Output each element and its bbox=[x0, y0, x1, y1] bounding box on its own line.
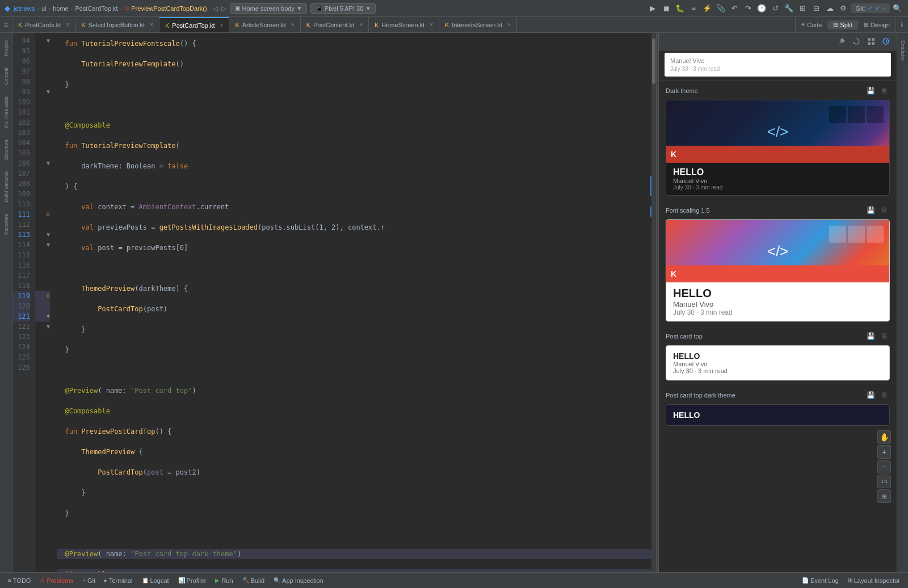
breadcrumb-preview-fn[interactable]: PreviewPostCardTopDark() bbox=[131, 5, 207, 12]
tab-homescreen-close[interactable]: × bbox=[430, 22, 433, 28]
attach-icon[interactable]: 📎 bbox=[714, 2, 727, 15]
zoom-plus-btn[interactable]: + bbox=[877, 445, 891, 459]
preview-dropdown[interactable]: ▣ Home screen body ▼ bbox=[230, 3, 307, 14]
code-view-btn[interactable]: ≡ Code bbox=[796, 20, 827, 29]
font-scaling-copy-icon[interactable]: ⎘ bbox=[878, 205, 890, 216]
settings2-icon[interactable]: ⚙ bbox=[837, 2, 850, 15]
problems-button[interactable]: ⚠ Problems bbox=[36, 573, 76, 589]
breadcrumb-project[interactable]: jetnews bbox=[14, 5, 35, 12]
run-icon[interactable]: ▶ bbox=[646, 2, 659, 15]
tab-interestsscreen[interactable]: K InterestsScreen.kt × bbox=[439, 17, 517, 33]
refresh-icon[interactable]: ↺ bbox=[769, 2, 781, 15]
tab-postcards[interactable]: K PostCards.kt × bbox=[12, 17, 75, 33]
dark-theme-copy-icon[interactable]: ⎘ bbox=[878, 85, 890, 96]
terminal-button[interactable]: ▸ Terminal bbox=[101, 573, 136, 589]
fold-106[interactable]: ▼ bbox=[47, 158, 50, 168]
fold-122[interactable]: ▼ bbox=[47, 322, 50, 332]
undo-icon[interactable]: ↶ bbox=[728, 2, 741, 15]
stop-icon[interactable]: ◼ bbox=[660, 2, 672, 15]
breadcrumb-file[interactable]: PostCardTop.kt bbox=[75, 5, 117, 12]
project-label[interactable]: Project bbox=[3, 36, 9, 61]
post-card-top-icons: 💾 ⎘ bbox=[865, 331, 890, 342]
tab-selecttopic-close[interactable]: × bbox=[150, 22, 153, 28]
debug-icon[interactable]: 🐛 bbox=[674, 2, 686, 15]
tab-interestsscreen-close[interactable]: × bbox=[507, 22, 511, 28]
tab-postcardtop[interactable]: K PostCardTop.kt × bbox=[159, 17, 229, 33]
git-bottom-button[interactable]: ⑂ Git bbox=[79, 573, 99, 589]
code-label: Code bbox=[807, 22, 822, 28]
editor-scrollbar[interactable] bbox=[651, 33, 656, 572]
run-bottom-button[interactable]: ▶ Run bbox=[212, 573, 236, 589]
design-view-btn[interactable]: ⊞ Design bbox=[858, 20, 896, 29]
fold-113[interactable]: ▼ bbox=[47, 230, 50, 240]
coverage-icon[interactable]: ≡ bbox=[687, 2, 700, 15]
zoom-select-btn[interactable]: ⊞ bbox=[877, 489, 891, 503]
breadcrumb-ui[interactable]: ui bbox=[41, 5, 47, 12]
redo-icon[interactable]: ↷ bbox=[742, 2, 754, 15]
font-scaling-save-icon[interactable]: 💾 bbox=[865, 205, 876, 216]
split-view-btn[interactable]: ⊟ Split bbox=[827, 20, 857, 29]
bottom-bar: ≡ TODO ⚠ Problems ⑂ Git ▸ Terminal 📋 Log… bbox=[0, 572, 908, 588]
fold-94[interactable]: ▼ bbox=[47, 36, 50, 46]
post-card-top-dark-save-icon[interactable]: 💾 bbox=[865, 390, 876, 401]
info-icon[interactable]: ℹ bbox=[896, 17, 908, 33]
settings-119[interactable]: ⚙ bbox=[47, 291, 50, 301]
structure-label[interactable]: Structure bbox=[3, 135, 9, 165]
post-card-top-save-icon[interactable]: 💾 bbox=[865, 331, 876, 342]
event-log-button[interactable]: 📄 Event Log bbox=[798, 573, 842, 589]
split-icon: ⊟ bbox=[833, 22, 838, 28]
forward-icon[interactable]: ▷ bbox=[221, 5, 226, 12]
commit-label[interactable]: Commit bbox=[3, 63, 9, 90]
layout-inspector-button[interactable]: ⊞ Layout Inspector bbox=[844, 573, 903, 589]
tab-postcontent-close[interactable]: × bbox=[359, 22, 363, 28]
breadcrumb-home[interactable]: home bbox=[53, 5, 69, 12]
profile-icon[interactable]: ⚡ bbox=[701, 2, 713, 15]
search-icon[interactable]: 🔍 bbox=[891, 2, 903, 15]
build-button[interactable]: 🔨 Build bbox=[239, 573, 268, 589]
tab-homescreen[interactable]: K HomeScreen.kt × bbox=[369, 17, 439, 33]
tab-articlescreen-close[interactable]: × bbox=[291, 22, 295, 28]
tab-postcontent[interactable]: K PostContent.kt × bbox=[301, 17, 369, 33]
fold-121[interactable]: ▼ bbox=[47, 311, 50, 322]
settings-111[interactable]: ⚙ bbox=[47, 209, 50, 219]
project-panel-icon[interactable]: ≡ bbox=[0, 17, 12, 33]
pin-icon[interactable] bbox=[835, 35, 848, 48]
tab-postcards-close[interactable]: × bbox=[66, 22, 69, 28]
clock-icon[interactable]: 🕐 bbox=[755, 2, 768, 15]
dark-theme-save-icon[interactable]: 💾 bbox=[865, 85, 876, 96]
grid-view-icon[interactable] bbox=[865, 35, 877, 48]
pan-icon[interactable]: ✋ bbox=[877, 430, 891, 444]
build-variants-label[interactable]: Build Variants bbox=[3, 167, 9, 207]
code-content[interactable]: fun TutorialPreviewFontscale() { Tutoria… bbox=[51, 33, 651, 572]
emulator-label[interactable]: Emulator bbox=[900, 36, 906, 65]
layout-icon[interactable]: ⊞ bbox=[796, 2, 809, 15]
sdk-icon[interactable]: ☁ bbox=[823, 2, 836, 15]
post-card-top-copy-icon[interactable]: ⎘ bbox=[878, 331, 890, 342]
tab-selecttopic[interactable]: K SelectTopicButton.kt × bbox=[75, 17, 159, 33]
todo-button[interactable]: ≡ TODO bbox=[5, 573, 34, 589]
zoom-fit-btn[interactable]: 1:1 bbox=[877, 475, 891, 488]
code-icon: ≡ bbox=[801, 22, 805, 28]
favorites-label[interactable]: Favorites bbox=[3, 209, 9, 239]
fold-99[interactable]: ▼ bbox=[47, 87, 50, 97]
pull-label[interactable]: Pull Requests bbox=[3, 92, 9, 133]
post-card-top-dark-copy-icon[interactable]: ⎘ bbox=[878, 390, 890, 401]
device-dropdown[interactable]: 📱 Pixel 5 API 30 ▼ bbox=[310, 3, 376, 14]
animation-icon[interactable] bbox=[880, 35, 892, 48]
tab-postcardtop-close[interactable]: × bbox=[220, 22, 224, 28]
fold-114[interactable]: ▼ bbox=[47, 240, 50, 250]
tab-articlescreen[interactable]: K ArticleScreen.kt × bbox=[229, 17, 300, 33]
scroll-thumb[interactable] bbox=[652, 39, 655, 84]
git-bottom-label: Git bbox=[87, 577, 95, 584]
zoom-minus-btn[interactable]: − bbox=[877, 460, 891, 473]
back-icon[interactable]: ◁ bbox=[213, 5, 218, 12]
post-card-top-title: HELLO bbox=[673, 352, 882, 361]
terminal-icon[interactable]: ⊟ bbox=[810, 2, 822, 15]
refresh-preview-icon[interactable] bbox=[850, 35, 863, 48]
app-inspection-button[interactable]: 🔍 App Inspection bbox=[270, 573, 327, 589]
dark-theme-label-text: Dark theme bbox=[666, 87, 698, 94]
profiler-button[interactable]: 📊 Profiler bbox=[175, 573, 210, 589]
gradle-icon[interactable]: 🔧 bbox=[783, 2, 795, 15]
logcat-button[interactable]: 📋 Logcat bbox=[138, 573, 173, 589]
git-button[interactable]: Git: ✓ ✓ ↑ bbox=[851, 3, 890, 13]
